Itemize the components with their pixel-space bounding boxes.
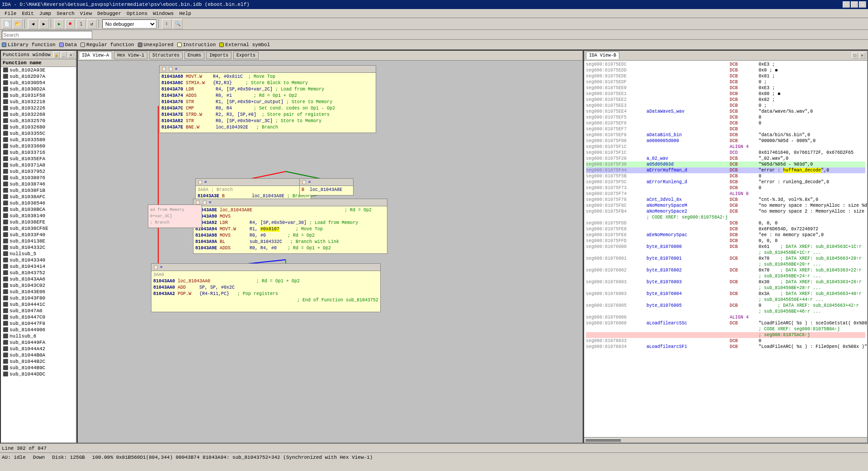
list-item[interactable]: ⬛sub_81038F1B <box>1 187 76 194</box>
list-item[interactable]: ⬛sub_81032218 <box>1 99 76 105</box>
list-item[interactable]: ⬛sub_81032570 <box>1 118 76 124</box>
list-item[interactable]: ⬛sub_8104332C <box>1 244 76 251</box>
list-item[interactable]: ⬛sub_81033580 <box>1 137 76 143</box>
back-button[interactable]: ◀ <box>28 19 38 29</box>
code-block-left[interactable]: ad from Memory 0+var_3C] ; Branch <box>148 205 202 228</box>
menu-edit[interactable]: Edit <box>19 10 36 17</box>
list-item[interactable]: ⬛sub_81038546 <box>1 200 76 206</box>
xref-button[interactable]: ↕ <box>162 19 172 29</box>
maximize-button[interactable]: □ <box>851 1 858 8</box>
code-block-3[interactable]: 📋 ≡ B loc_81043A8E <box>299 178 354 195</box>
list-item[interactable]: ⬛sub_8102A93E <box>1 67 76 73</box>
tab-hex-view-1[interactable]: Hex View-1 <box>114 52 147 59</box>
list-item[interactable]: ⬛sub_8102D97A <box>1 73 76 80</box>
minimize-button[interactable]: ─ <box>843 1 850 8</box>
list-item[interactable]: ⬛sub_81032680 <box>1 124 76 130</box>
list-item[interactable]: ⬛sub_81043F80 <box>1 295 76 301</box>
hex-view-close[interactable]: ✕ <box>859 52 865 59</box>
step-button[interactable]: ⤵ <box>76 19 86 29</box>
list-item[interactable]: ⬛sub_81044B0A <box>1 352 76 358</box>
code-block-5[interactable]: 📋 ≡ 3AA0 81043AA0 loc_81043AA0 ; Rd = Op… <box>151 263 381 312</box>
menu-search[interactable]: Search <box>54 10 77 17</box>
title-bar: IDA - D:\MAKE\Reverse\Getsuei_psvpsp\int… <box>0 0 868 9</box>
search-input[interactable] <box>2 31 92 39</box>
list-item[interactable]: ⬛sub_81044A42 <box>1 346 76 352</box>
run-button[interactable]: ▶ <box>54 19 64 29</box>
list-item[interactable]: ⬛sub_8104441C <box>1 301 76 308</box>
hex-line: seg000:81076000byte_81076000DCB0x61 ; DA… <box>586 244 865 250</box>
tab-imports[interactable]: Imports <box>206 52 231 59</box>
list-item[interactable]: ⬛sub_81038CF6E <box>1 225 76 232</box>
code-line: 81043AA2 POP.W {R4-R11,PC} ; Pop registe… <box>153 291 378 297</box>
list-item[interactable]: ⬛sub_810371A8 <box>1 162 76 168</box>
functions-lock-btn[interactable]: 🔒 <box>53 52 60 58</box>
menu-help[interactable]: Help <box>176 10 193 17</box>
code-block-1[interactable]: 📋 📋 ≡ 81043A68 MOVT.W R4, #0x811C ; Move… <box>159 65 376 133</box>
refresh-button[interactable]: ↺ <box>87 19 97 29</box>
list-item[interactable]: ⬛sub_810447F8 <box>1 320 76 327</box>
debugger-select[interactable]: No debugger <box>102 19 156 29</box>
search-btn[interactable]: 🔍 <box>173 19 183 29</box>
code-block-4[interactable]: 📋 📋 ≡ 81043A8E loc_81043A8E ; Rd = Op2 8… <box>193 199 387 254</box>
list-item[interactable]: ⬛sub_81038BCA <box>1 206 76 213</box>
list-item[interactable]: ⬛sub_81043414 <box>1 263 76 270</box>
menu-debugger[interactable]: Debugger <box>94 10 124 17</box>
stop-button[interactable]: ■ <box>65 19 75 29</box>
functions-min-btn[interactable]: _ <box>61 52 67 58</box>
list-item[interactable]: ⬛sub_81043C02 <box>1 282 76 289</box>
tab-ida-view-a[interactable]: IDA View-A <box>79 52 112 59</box>
functions-list[interactable]: ⬛sub_8102A93E ⬛sub_8102D97A ⬛sub_81030D5… <box>1 67 76 442</box>
list-item[interactable]: ⬛sub_81038AFC <box>1 194 76 200</box>
list-item[interactable]: ⬛sub_81033F40 <box>1 232 76 238</box>
list-item[interactable]: ⬛sub_8104138E <box>1 238 76 244</box>
list-item[interactable]: ⬛sub_81038EFE <box>1 219 76 225</box>
functions-close-btn[interactable]: ✕ <box>68 52 74 58</box>
list-item[interactable]: ⬛sub_81037952 <box>1 168 76 175</box>
open-button[interactable]: 📂 <box>13 19 23 29</box>
list-item[interactable]: ⬛sub_81044B9C <box>1 365 76 371</box>
tab-exports[interactable]: Exports <box>233 52 259 59</box>
menu-jump[interactable]: Jump <box>37 10 54 17</box>
graph-canvas[interactable]: 📋 📋 ≡ 81043A68 MOVT.W R4, #0x811C ; Move… <box>78 61 582 442</box>
hex-content[interactable]: seg000:81075EDCDCB0xE3 ; seg000:81075EDD… <box>584 61 867 437</box>
list-item[interactable]: ⬛sub_81035EFA <box>1 156 76 162</box>
list-item[interactable]: ⬛sub_81038140 <box>1 213 76 219</box>
forward-button[interactable]: ▶ <box>39 19 49 29</box>
hex-line: ; CODE XREF: seg000:810758A2↑j <box>586 214 865 220</box>
hex-view-max[interactable]: □ <box>852 52 858 59</box>
close-button[interactable]: ✕ <box>859 1 866 8</box>
list-item[interactable]: ⬛sub_81033716 <box>1 149 76 156</box>
list-item[interactable]: ⬛sub_81038076 <box>1 175 76 181</box>
list-item[interactable]: ⬛sub_81047A0 <box>1 308 76 314</box>
tag-instruction-dot <box>177 43 182 47</box>
menu-options[interactable]: Options <box>124 10 150 17</box>
list-item[interactable]: ⬛sub_81030D2A <box>1 86 76 92</box>
list-item[interactable]: ⬛sub_81038746 <box>1 181 76 187</box>
tab-structures[interactable]: Structures <box>149 52 183 59</box>
list-item[interactable]: ⬛sub_81033660 <box>1 143 76 149</box>
list-item[interactable]: ⬛sub_81043752 <box>1 270 76 276</box>
list-item[interactable]: ⬛sub_81030D54 <box>1 80 76 86</box>
hex-view-hscrollbar[interactable] <box>584 437 867 442</box>
menu-file[interactable]: File <box>2 10 19 17</box>
list-item[interactable]: ⬛sub_810447C0 <box>1 314 76 320</box>
list-item[interactable]: ⬛nullsub_5 <box>1 251 76 257</box>
list-item[interactable]: ⬛sub_81044906 <box>1 327 76 333</box>
new-button[interactable]: 📄 <box>2 19 12 29</box>
list-item[interactable]: ⬛sub_81043AA6 <box>1 276 76 282</box>
list-item[interactable]: ⬛sub_81032226 <box>1 105 76 111</box>
menu-windows[interactable]: Windows <box>150 10 176 17</box>
list-item[interactable]: ⬛sub_810449FA <box>1 339 76 346</box>
list-item[interactable]: ⬛nullsub_6 <box>1 333 76 339</box>
hex-line: seg000:81075FB4aNoMemorySpace2DCB"no mem… <box>586 209 865 214</box>
list-item[interactable]: ⬛sub_81043340 <box>1 257 76 263</box>
list-item[interactable]: ⬛sub_81044B2C <box>1 358 76 365</box>
list-item[interactable]: ⬛sub_8103355C <box>1 130 76 137</box>
menu-view[interactable]: View <box>77 10 94 17</box>
tab-enums[interactable]: Enums <box>184 52 204 59</box>
list-item[interactable]: ⬛sub_81032268 <box>1 111 76 118</box>
list-item[interactable]: ⬛sub_81031F58 <box>1 92 76 99</box>
list-item[interactable]: ⬛sub_81043E06 <box>1 289 76 295</box>
list-item[interactable]: ⬛sub_81044DDC <box>1 371 76 377</box>
tab-ida-view-b[interactable]: IDA View-B <box>586 52 619 59</box>
